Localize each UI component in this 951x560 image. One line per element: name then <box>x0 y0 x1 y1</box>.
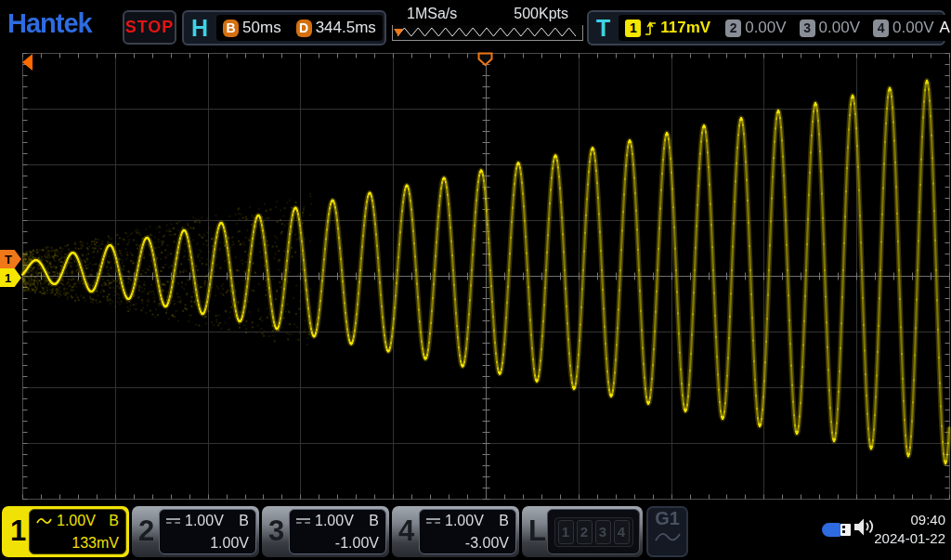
logic-ch2: 2 <box>577 520 593 544</box>
delay-value: 344.5ms <box>316 19 376 37</box>
pretrigger-left-arrow-icon[interactable] <box>22 54 33 71</box>
channel3-bandwidth: B <box>369 513 379 529</box>
trigger-ch3-level: 0.00V <box>819 19 860 37</box>
dc-coupling-icon <box>296 518 310 524</box>
ac-coupling-icon <box>36 516 52 527</box>
sample-rate: 1MSa/s <box>407 6 457 22</box>
dc-coupling-icon <box>426 518 440 524</box>
memory-waveform-icon <box>397 28 576 36</box>
channel3-scale: 1.00V <box>315 513 354 529</box>
channel1-bandwidth: B <box>109 513 119 529</box>
trigger-ch2-badge: 2 <box>725 20 741 37</box>
channel2-offset: 1.00V <box>166 535 249 552</box>
channel4-scale: 1.00V <box>445 513 484 529</box>
channel4-bandwidth: B <box>499 513 509 529</box>
usb-drive-icon <box>822 522 853 538</box>
channel2-scale: 1.00V <box>185 513 224 529</box>
channel2-number: 2 <box>138 514 154 548</box>
delay-badge: D <box>296 20 312 37</box>
generator-label: G1 <box>648 509 686 528</box>
logic-label: L <box>528 514 546 548</box>
acquisition-block: 1MSa/s 500Kpts <box>392 6 583 41</box>
trigger-level-value: 117mV <box>660 19 710 37</box>
logic-analyzer-panel[interactable]: L 1 2 3 4 <box>522 506 643 557</box>
channel2-panel[interactable]: 2 1.00V B 1.00V <box>132 506 259 557</box>
trigger-panel[interactable]: T 1 117mV 2 0.00V 3 0.00V 4 0.00V A <box>587 10 945 46</box>
generator-panel[interactable]: G1 <box>646 506 688 557</box>
channel4-offset: -3.00V <box>426 535 509 552</box>
logic-ch4: 4 <box>614 520 630 544</box>
speaker-icon <box>853 516 877 537</box>
channel4-panel[interactable]: 4 1.00V B -3.00V <box>392 506 519 557</box>
trigger-label: T <box>593 15 613 42</box>
channel2-bandwidth: B <box>239 513 249 529</box>
channel1-panel[interactable]: 1 1.00V B 133mV <box>2 506 129 557</box>
channel3-number: 3 <box>268 514 284 548</box>
horizontal-values: B 50ms D 344.5ms <box>216 15 383 41</box>
status-time: 09:40 <box>874 511 945 529</box>
horizontal-panel[interactable]: H B 50ms D 344.5ms <box>182 10 386 46</box>
status-date: 2024-01-22 <box>874 529 945 548</box>
channel1-number: 1 <box>10 514 26 548</box>
logic-ch1: 1 <box>558 520 574 544</box>
hantek-logo: Hantek <box>7 8 92 39</box>
trigger-ch4-badge: 4 <box>873 20 889 37</box>
run-stop-button[interactable]: STOP <box>123 10 176 45</box>
memory-trigger-marker-icon <box>394 29 403 36</box>
memory-position-bar[interactable] <box>392 25 583 41</box>
horizontal-label: H <box>189 15 211 42</box>
trigger-position-marker-icon[interactable] <box>477 52 493 67</box>
sine-wave-icon <box>654 528 682 545</box>
channel1-offset: 133mV <box>36 535 119 552</box>
rising-edge-icon <box>645 20 657 36</box>
trigger-mode: A <box>939 19 951 37</box>
channel3-panel[interactable]: 3 1.00V B -1.00V <box>262 506 389 557</box>
record-length: 500Kpts <box>514 6 568 22</box>
trigger-ch4-level: 0.00V <box>892 19 933 37</box>
trigger-values: 1 117mV 2 0.00V 3 0.00V 4 0.00V A <box>619 15 951 41</box>
logic-channel-group: 1 2 3 4 <box>554 517 633 547</box>
timebase-badge: B <box>223 20 239 37</box>
channel1-scale: 1.00V <box>57 513 96 529</box>
trigger-ch3-badge: 3 <box>800 20 815 37</box>
trigger-ch2-level: 0.00V <box>745 19 786 37</box>
clock-block: 09:40 2024-01-22 <box>874 511 945 548</box>
scope-display-canvas[interactable] <box>0 0 951 560</box>
logic-ch3: 3 <box>595 520 611 544</box>
trigger-source-badge: 1 <box>625 20 641 37</box>
dc-coupling-icon <box>166 518 180 524</box>
channel3-offset: -1.00V <box>296 535 379 552</box>
channel4-number: 4 <box>398 514 414 548</box>
timebase-value: 50ms <box>242 19 281 37</box>
